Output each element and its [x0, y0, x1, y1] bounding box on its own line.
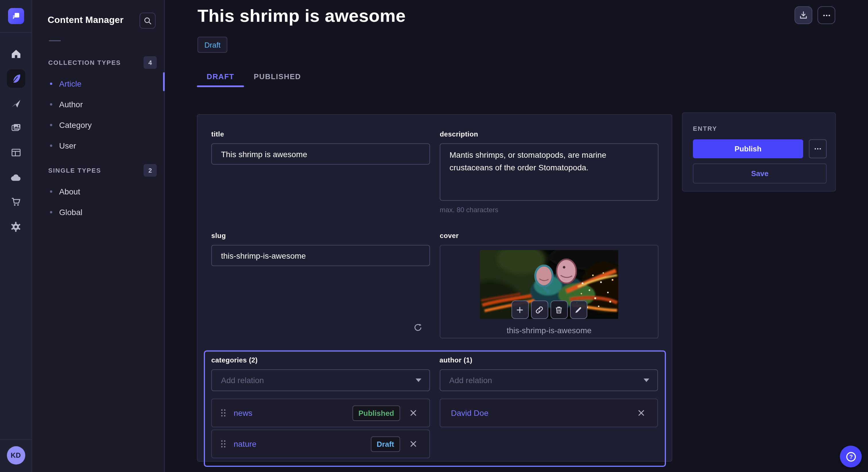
sidebar-item-global[interactable]: Global: [32, 202, 164, 223]
download-button[interactable]: [795, 6, 812, 24]
save-button[interactable]: Save: [693, 164, 827, 183]
home-icon[interactable]: [7, 45, 25, 63]
bullet-icon: [50, 82, 52, 85]
help-button[interactable]: ?: [840, 446, 862, 467]
pencil-icon[interactable]: [570, 301, 587, 319]
title-input[interactable]: [211, 143, 430, 165]
status-badge: Draft: [197, 37, 227, 53]
collection-types-label: COLLECTION TYPES: [48, 59, 121, 66]
cover-field: cover: [440, 230, 658, 338]
sidebar-item-category[interactable]: Category: [32, 115, 164, 135]
app-root: KD Content Manager COLLECTION TYPES 4 Ar…: [0, 0, 868, 472]
relation-link[interactable]: nature: [234, 439, 256, 448]
relation-link[interactable]: news: [234, 408, 252, 417]
bullet-icon: [50, 211, 52, 213]
cart-icon[interactable]: [7, 193, 25, 211]
add-relation-placeholder: Add relation: [221, 376, 415, 385]
collection-types-section: COLLECTION TYPES 4 Article Author Catego…: [32, 56, 164, 156]
title-label: title: [211, 130, 224, 138]
author-add-relation[interactable]: Add relation: [439, 369, 658, 391]
edit-form-card: title description Mantis shrimps, or sto…: [197, 114, 672, 462]
feather-icon[interactable]: [7, 69, 25, 88]
cloud-icon[interactable]: [7, 168, 25, 187]
nav-buttons: [7, 38, 25, 236]
categories-label: categories (2): [211, 356, 258, 364]
sidebar-item-user[interactable]: User: [32, 135, 164, 156]
more-actions-button[interactable]: [817, 6, 835, 24]
chevron-down-icon: [415, 378, 421, 382]
refresh-icon[interactable]: [413, 322, 423, 333]
publish-button[interactable]: Publish: [693, 139, 803, 158]
remove-relation-icon[interactable]: [635, 407, 648, 419]
nav-bottom-divider: [0, 439, 32, 440]
title-field: title: [211, 129, 430, 214]
sidebar-item-label: Global: [59, 208, 82, 217]
user-avatar[interactable]: KD: [7, 446, 25, 465]
tab-published[interactable]: PUBLISHED: [244, 69, 311, 87]
collection-types-count: 4: [144, 56, 157, 69]
entry-panel-label: ENTRY: [693, 125, 827, 132]
chevron-down-icon: [644, 378, 649, 382]
relations-highlight-box: categories (2) Add relation news Publish…: [204, 350, 666, 467]
sidebar-title: Content Manager: [48, 15, 123, 25]
question-icon: ?: [845, 450, 857, 463]
categories-field: categories (2) Add relation news Publish…: [211, 355, 430, 458]
sidebar-item-label: Category: [59, 121, 92, 130]
sidebar-item-label: About: [59, 187, 80, 196]
categories-add-relation[interactable]: Add relation: [211, 369, 430, 391]
page-title: This shrimp is awesome: [197, 6, 406, 26]
sidebar-item-about[interactable]: About: [32, 181, 164, 202]
search-button[interactable]: [140, 12, 156, 29]
bullet-icon: [50, 191, 52, 193]
strapi-logo-icon[interactable]: [8, 8, 24, 24]
add-relation-placeholder: Add relation: [449, 376, 644, 385]
sidebar-item-label: User: [59, 141, 76, 150]
nav-divider: [0, 32, 32, 33]
relation-status-badge: Draft: [371, 436, 400, 452]
nav-bottom: KD: [0, 439, 32, 472]
slug-label: slug: [211, 232, 226, 240]
author-label: author (1): [439, 356, 472, 364]
relation-row-nature: nature Draft: [211, 430, 430, 458]
sidebar-item-author[interactable]: Author: [32, 94, 164, 115]
sidebar-rule: [49, 40, 61, 41]
single-types-section: SINGLE TYPES 2 About Global: [32, 164, 164, 223]
description-field: description Mantis shrimps, or stomatopo…: [440, 129, 658, 214]
bullet-icon: [50, 124, 52, 126]
gear-icon[interactable]: [7, 217, 25, 236]
paper-plane-icon[interactable]: [7, 94, 25, 112]
single-types-label: SINGLE TYPES: [48, 167, 101, 174]
media-library-icon[interactable]: [7, 119, 25, 137]
download-icon: [799, 10, 808, 20]
cover-box: this-shrimp-is-awesome: [440, 245, 658, 338]
drag-handle-icon[interactable]: [220, 408, 227, 417]
primary-nav: KD: [0, 0, 32, 472]
drag-handle-icon[interactable]: [220, 439, 227, 448]
description-hint: max. 80 characters: [440, 206, 658, 214]
layout-icon[interactable]: [7, 143, 25, 162]
sidebar-item-label: Article: [59, 79, 82, 88]
content-manager-sidebar: Content Manager COLLECTION TYPES 4 Artic…: [32, 0, 165, 472]
plus-icon[interactable]: [511, 301, 528, 319]
entry-more-button[interactable]: [809, 139, 827, 158]
slug-input[interactable]: [211, 245, 430, 266]
description-textarea[interactable]: Mantis shrimps, or stomatopods, are mari…: [440, 143, 658, 201]
single-types-count: 2: [144, 164, 157, 177]
relation-row-news: news Published: [211, 399, 430, 427]
author-field: author (1) Add relation David Doe: [439, 355, 658, 458]
cover-toolbar: [511, 301, 587, 319]
relation-link[interactable]: David Doe: [451, 408, 489, 417]
entry-panel: ENTRY Publish Save: [682, 112, 836, 192]
search-icon: [143, 16, 152, 25]
svg-text:?: ?: [849, 453, 852, 460]
relation-status-badge: Published: [353, 405, 400, 421]
remove-relation-icon[interactable]: [407, 438, 420, 450]
description-label: description: [440, 130, 478, 138]
sidebar-item-article[interactable]: Article: [32, 73, 164, 94]
remove-relation-icon[interactable]: [407, 407, 420, 419]
link-icon[interactable]: [531, 301, 548, 319]
trash-icon[interactable]: [550, 301, 567, 319]
bullet-icon: [50, 103, 52, 105]
tab-draft[interactable]: DRAFT: [197, 69, 244, 87]
sidebar-item-label: Author: [59, 100, 83, 109]
